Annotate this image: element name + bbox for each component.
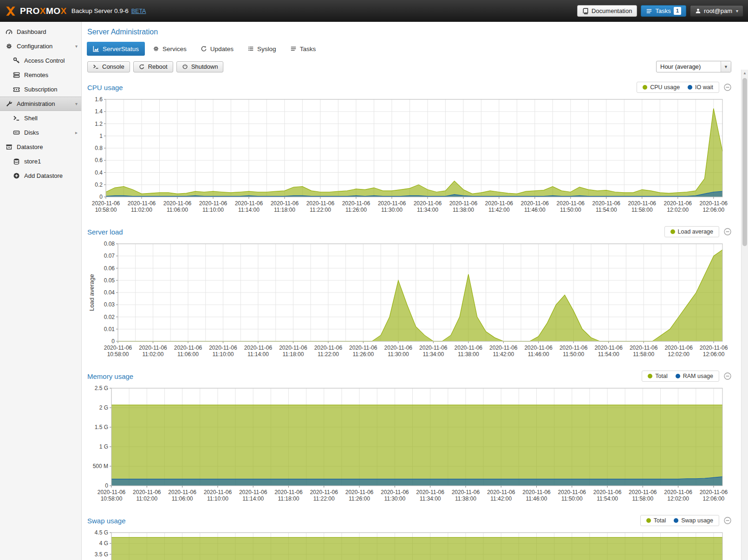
svg-text:2020-11-06: 2020-11-06 <box>310 489 338 495</box>
svg-text:2020-11-06: 2020-11-06 <box>524 345 553 351</box>
sidebar-item-shell[interactable]: Shell <box>0 111 81 125</box>
svg-text:10:58:00: 10:58:00 <box>107 351 129 358</box>
timeframe-select[interactable]: Hour (average) ▼ <box>656 61 731 72</box>
svg-text:11:26:00: 11:26:00 <box>345 207 367 213</box>
collapse-panel-button[interactable] <box>724 372 731 380</box>
tab-syslog[interactable]: Syslog <box>241 42 282 56</box>
svg-text:2020-11-06: 2020-11-06 <box>414 200 442 207</box>
sidebar-item-add-datastore[interactable]: Add Datastore <box>0 169 81 183</box>
panel-header: Swap usage Total Swap usage <box>87 514 731 527</box>
svg-text:0.08: 0.08 <box>104 241 115 247</box>
terminal-icon <box>13 115 20 122</box>
memory-usage-chart: 0500 M1 G1.5 G2 G2.5 G2020-11-0610:58:00… <box>87 385 728 504</box>
cpu-usage-panel: CPU usage CPU usage IO wait 00.20.40.60.… <box>87 80 731 215</box>
svg-text:11:22:00: 11:22:00 <box>313 495 335 502</box>
user-menu-button[interactable]: root@pam ▾ <box>690 5 743 17</box>
sidebar-item-access-control[interactable]: Access Control <box>0 53 81 68</box>
svg-text:11:42:00: 11:42:00 <box>490 495 512 502</box>
svg-text:11:22:00: 11:22:00 <box>310 207 331 213</box>
sidebar-item-datastore[interactable]: Datastore <box>0 140 81 154</box>
sidebar-item-dashboard[interactable]: Dashboard <box>0 25 81 39</box>
svg-text:11:54:00: 11:54:00 <box>597 495 618 502</box>
svg-text:11:50:00: 11:50:00 <box>560 207 581 213</box>
svg-text:2020-11-06: 2020-11-06 <box>349 345 377 351</box>
svg-text:2020-11-06: 2020-11-06 <box>239 489 267 495</box>
tab-serverstatus[interactable]: ServerStatus <box>87 42 145 56</box>
proxmox-logo-icon <box>5 5 17 17</box>
legend-item: Load average <box>670 228 713 235</box>
legend-dot-green <box>670 229 675 234</box>
svg-text:500 M: 500 M <box>93 463 108 469</box>
svg-text:11:34:00: 11:34:00 <box>420 495 441 502</box>
svg-text:11:10:00: 11:10:00 <box>212 351 234 358</box>
console-button[interactable]: Console <box>87 61 130 72</box>
chevron-down-icon: ▾ <box>75 101 78 106</box>
tab-bar: ServerStatus Services Updates Syslog Tas… <box>87 42 731 56</box>
svg-text:11:42:00: 11:42:00 <box>493 351 514 358</box>
svg-text:2020-11-06: 2020-11-06 <box>204 489 232 495</box>
svg-text:11:10:00: 11:10:00 <box>202 207 224 213</box>
svg-text:Load average: Load average <box>88 274 95 311</box>
svg-text:2020-11-06: 2020-11-06 <box>128 200 156 207</box>
svg-text:2020-11-06: 2020-11-06 <box>274 489 303 495</box>
svg-text:2020-11-06: 2020-11-06 <box>378 200 406 207</box>
tab-services[interactable]: Services <box>147 42 193 56</box>
svg-text:2020-11-06: 2020-11-06 <box>381 489 409 495</box>
svg-text:0.04: 0.04 <box>104 289 115 296</box>
svg-text:1 G: 1 G <box>99 443 108 450</box>
collapse-panel-button[interactable] <box>724 84 731 91</box>
tasks-button[interactable]: Tasks 1 <box>641 5 686 17</box>
legend-item: CPU usage <box>643 84 680 91</box>
sidebar-item-store1[interactable]: store1 <box>0 154 81 169</box>
scrollbar-thumb[interactable] <box>742 78 747 246</box>
scrollbar-up-arrow[interactable]: ▲ <box>741 70 748 77</box>
tab-updates[interactable]: Updates <box>195 42 240 56</box>
svg-text:1: 1 <box>99 133 103 139</box>
shutdown-button[interactable]: Shutdown <box>176 61 224 72</box>
svg-text:11:14:00: 11:14:00 <box>238 207 260 213</box>
svg-text:2020-11-06: 2020-11-06 <box>168 489 196 495</box>
sidebar-item-remotes[interactable]: Remotes <box>0 68 81 82</box>
collapse-panel-button[interactable] <box>724 228 731 235</box>
tab-tasks[interactable]: Tasks <box>284 42 322 56</box>
svg-text:2020-11-06: 2020-11-06 <box>98 489 126 495</box>
svg-text:2020-11-06: 2020-11-06 <box>209 345 237 351</box>
svg-text:11:46:00: 11:46:00 <box>528 351 549 358</box>
svg-text:11:54:00: 11:54:00 <box>596 207 617 213</box>
svg-text:2020-11-06: 2020-11-06 <box>559 345 588 351</box>
svg-text:11:50:00: 11:50:00 <box>563 351 584 358</box>
beta-link[interactable]: BETA <box>131 8 146 14</box>
server-load-chart: 00.010.020.030.040.050.060.070.082020-11… <box>87 241 728 360</box>
reboot-button[interactable]: Reboot <box>133 61 173 72</box>
documentation-button[interactable]: Documentation <box>577 5 637 17</box>
list-icon <box>247 46 254 52</box>
swap-usage-chart: 0500 M1 G1.5 G2 G2.5 G3 G3.5 G4 G4.5 G20… <box>87 530 728 560</box>
svg-text:0: 0 <box>99 194 103 200</box>
ticket-icon <box>13 86 20 93</box>
area-chart-icon <box>93 46 99 52</box>
sidebar-item-configuration[interactable]: Configuration ▾ <box>0 39 81 53</box>
legend-dot-blue <box>688 85 692 90</box>
svg-text:4 G: 4 G <box>99 540 108 547</box>
svg-text:2020-11-06: 2020-11-06 <box>174 345 202 351</box>
svg-text:2020-11-06: 2020-11-06 <box>664 345 693 351</box>
svg-text:11:50:00: 11:50:00 <box>561 495 583 502</box>
vertical-scrollbar[interactable]: ▲ <box>741 70 748 560</box>
sidebar-item-disks[interactable]: Disks ▸ <box>0 125 81 140</box>
collapse-panel-button[interactable] <box>724 517 731 524</box>
sidebar-item-subscription[interactable]: Subscription <box>0 82 81 97</box>
svg-text:0.2: 0.2 <box>95 182 103 188</box>
panel-header: Server load Load average <box>87 225 731 239</box>
legend-dot-green <box>646 518 651 523</box>
svg-text:0.06: 0.06 <box>104 265 115 272</box>
chevron-down-icon[interactable]: ▼ <box>721 61 731 72</box>
plus-circle-icon <box>13 172 20 179</box>
svg-text:2020-11-06: 2020-11-06 <box>592 200 621 207</box>
svg-text:12:06:00: 12:06:00 <box>703 495 725 502</box>
panel-header: CPU usage CPU usage IO wait <box>87 80 731 94</box>
svg-text:11:06:00: 11:06:00 <box>167 207 188 213</box>
svg-text:2020-11-06: 2020-11-06 <box>384 345 413 351</box>
topbar-actions: Documentation Tasks 1 root@pam ▾ <box>577 5 743 17</box>
sidebar-item-administration[interactable]: Administration ▾ <box>0 97 81 111</box>
legend-item: RAM usage <box>676 373 713 379</box>
